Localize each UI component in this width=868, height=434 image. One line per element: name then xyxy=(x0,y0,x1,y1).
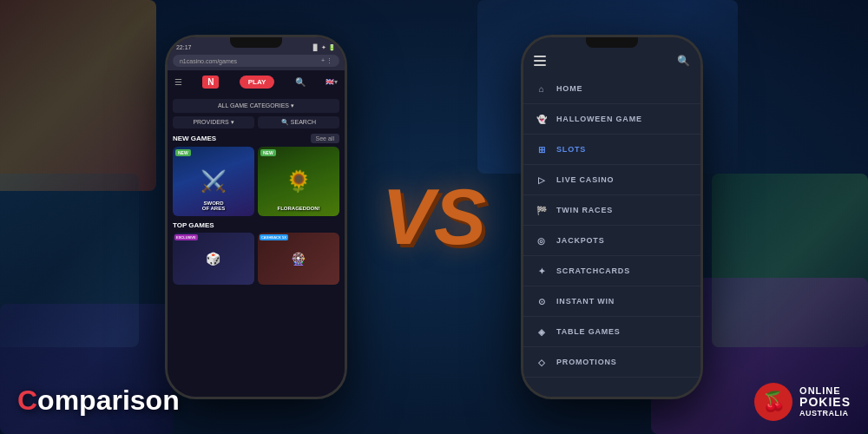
menu-label-promotions: PROMOTIONS xyxy=(556,358,617,366)
menu-item-halloween[interactable]: 👻 HALLOWEEN GAME xyxy=(523,104,700,135)
menu-label-home: HOME xyxy=(556,84,582,93)
url-bar[interactable]: n1casino.com/games + ⋮ xyxy=(173,55,339,67)
left-phone: 22:17 ▐▌ ✦ 🔋 n1casino.com/games + ⋮ ☰ N … xyxy=(165,35,347,399)
vs-text: VS xyxy=(382,178,486,256)
hamburger-line-2 xyxy=(534,60,546,62)
menu-item-promotions[interactable]: ◇ PROMOTIONS xyxy=(523,347,700,378)
search-icon-left[interactable]: 🔍 xyxy=(295,77,306,87)
menu-label-table-games: TABLE GAMES xyxy=(556,327,621,336)
brand-text-block: ONLINE POKIES AUSTRALIA xyxy=(799,385,851,418)
hamburger-line-3 xyxy=(534,64,546,66)
right-phone: 🔍 ⌂ HOME 👻 HALLOWEEN GAME ⊞ SLOTS ▷ LIVE xyxy=(521,35,703,399)
time-display: 22:17 xyxy=(176,44,192,51)
brand-australia: AUSTRALIA xyxy=(799,410,851,418)
instant-win-icon: ⊙ xyxy=(536,295,548,307)
comparison-label: Comparison xyxy=(17,385,180,417)
menu-item-instant-win[interactable]: ⊙ INSTANT WIN xyxy=(523,286,700,317)
cherry-icon: 🍒 xyxy=(762,391,786,413)
see-all-button[interactable]: See all xyxy=(311,134,339,143)
twin-races-icon: 🏁 xyxy=(536,204,548,216)
slots-icon: ⊞ xyxy=(536,143,548,155)
providers-button[interactable]: PROVIDERS ▾ xyxy=(173,116,254,128)
promotions-icon: ◇ xyxy=(536,356,548,368)
brand-pokies: POKIES xyxy=(799,396,851,409)
new-badge-2: NEW xyxy=(260,149,276,156)
phone-right-content: 🔍 ⌂ HOME 👻 HALLOWEEN GAME ⊞ SLOTS ▷ LIVE xyxy=(523,37,700,397)
cherry-logo-circle: 🍒 xyxy=(754,383,792,421)
flora-icon: 🌻 xyxy=(286,169,312,194)
menu-label-instant-win: INSTANT WIN xyxy=(556,297,615,306)
menu-item-table-games[interactable]: ◈ TABLE GAMES xyxy=(523,317,700,347)
menu-item-home[interactable]: ⌂ HOME xyxy=(523,74,700,104)
casino-content: ALL GAME CATEGORIES ▾ PROVIDERS ▾ 🔍 SEAR… xyxy=(168,94,345,397)
menu-list: ⌂ HOME 👻 HALLOWEEN GAME ⊞ SLOTS ▷ LIVE C… xyxy=(523,74,700,397)
browser-plus: + ⋮ xyxy=(321,57,332,64)
home-icon: ⌂ xyxy=(536,82,548,95)
game-card-florageddon[interactable]: 🌻 NEW FLORAGEDDON! xyxy=(258,147,339,216)
halloween-icon: 👻 xyxy=(536,113,548,125)
cashback-badge: CASHBACK 5X xyxy=(260,234,288,240)
menu-label-halloween: HALLOWEEN GAME xyxy=(556,115,642,123)
wrapped-visual: 🎲 xyxy=(173,233,254,285)
search-button[interactable]: 🔍 SEARCH xyxy=(258,116,339,128)
game-card-roulette[interactable]: CASHBACK 5X 🎡 xyxy=(258,233,339,285)
language-flag[interactable]: 🇬🇧▾ xyxy=(326,78,338,86)
phone-notch-left xyxy=(230,37,282,48)
search-icon-right[interactable]: 🔍 xyxy=(677,55,690,67)
game-card-sword-ares[interactable]: ⚔️ NEW SWORDOF ARES xyxy=(173,147,254,216)
live-casino-icon: ▷ xyxy=(536,174,548,186)
game-card-wrapped[interactable]: EXCLUSIVE 🎲 xyxy=(173,233,254,285)
brand-logo: 🍒 ONLINE POKIES AUSTRALIA xyxy=(754,383,851,421)
top-games-header: TOP GAMES xyxy=(173,221,339,229)
url-text: n1casino.com/games xyxy=(180,58,237,64)
table-games-icon: ◈ xyxy=(536,326,548,338)
play-button[interactable]: PLAY xyxy=(240,76,275,89)
menu-item-live-casino[interactable]: ▷ LIVE CASINO xyxy=(523,165,700,195)
roulette-visual: 🎡 xyxy=(258,233,339,285)
scratchcards-icon: ✦ xyxy=(536,265,548,277)
menu-label-slots: SLOTS xyxy=(556,145,586,154)
menu-item-twin-races[interactable]: 🏁 TWIN RACES xyxy=(523,195,700,226)
providers-bar: PROVIDERS ▾ 🔍 SEARCH xyxy=(173,116,339,128)
hamburger-line-1 xyxy=(534,56,546,57)
game-title-flora: FLORAGEDDON! xyxy=(258,206,339,211)
categories-bar[interactable]: ALL GAME CATEGORIES ▾ xyxy=(173,99,339,113)
exclusive-badge: EXCLUSIVE xyxy=(174,234,198,240)
phone-left-content: 22:17 ▐▌ ✦ 🔋 n1casino.com/games + ⋮ ☰ N … xyxy=(168,37,345,397)
casino-logo: N xyxy=(202,76,219,89)
phone-notch-right xyxy=(586,37,638,48)
comparison-c-letter: C xyxy=(17,385,37,416)
bottom-game-grid: EXCLUSIVE 🎲 CASHBACK 5X 🎡 xyxy=(173,233,339,285)
vs-container: VS xyxy=(382,178,486,256)
comparison-rest: omparison xyxy=(37,385,180,416)
menu-item-scratchcards[interactable]: ✦ SCRATCHCARDS xyxy=(523,256,700,286)
game-title-sword: SWORDOF ARES xyxy=(173,201,254,211)
menu-label-jackpots: JACKPOTS xyxy=(556,236,604,245)
menu-label-live-casino: LIVE CASINO xyxy=(556,175,614,184)
status-icons: ▐▌ ✦ 🔋 xyxy=(311,44,336,51)
menu-label-twin-races: TWIN RACES xyxy=(556,206,613,214)
hamburger-left[interactable]: ☰ xyxy=(174,77,182,87)
new-games-grid: ⚔️ NEW SWORDOF ARES 🌻 NEW FLORAGEDDON! xyxy=(173,147,339,216)
sword-icon: ⚔️ xyxy=(201,169,227,194)
nav-header: ☰ N PLAY 🔍 🇬🇧▾ xyxy=(168,70,345,94)
menu-item-slots[interactable]: ⊞ SLOTS xyxy=(523,135,700,165)
menu-item-jackpots[interactable]: ◎ JACKPOTS xyxy=(523,226,700,256)
main-container: 22:17 ▐▌ ✦ 🔋 n1casino.com/games + ⋮ ☰ N … xyxy=(0,0,868,434)
jackpots-icon: ◎ xyxy=(536,234,548,247)
new-badge-1: NEW xyxy=(175,149,191,156)
menu-label-scratchcards: SCRATCHCARDS xyxy=(556,266,630,275)
new-games-header: NEW GAMES See all xyxy=(173,134,339,143)
top-games-title: TOP GAMES xyxy=(173,221,214,229)
hamburger-icon[interactable] xyxy=(534,56,546,66)
new-games-title: NEW GAMES xyxy=(173,135,216,142)
